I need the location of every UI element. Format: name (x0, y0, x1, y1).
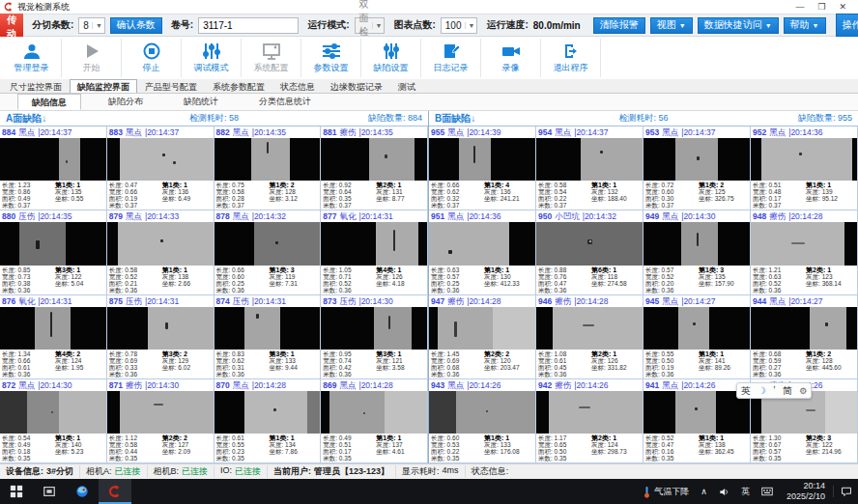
action-sliders-v2-button[interactable]: 缺陷设置 (361, 39, 421, 77)
gear-icon[interactable]: ⚙ (799, 386, 807, 396)
defect-cell-955[interactable]: 955黑点|20:14:39长度: 0.66宽度: 0.62面积: 0.32米数… (429, 126, 536, 210)
defect-cell-884[interactable]: 884黑点|20:14:37长度: 1.23宽度: 0.86面积: 0.49米数… (0, 126, 107, 210)
defect-info: 长度: 0.75宽度: 0.58面积: 0.28米数: 0.37第1类: 2灰度… (214, 181, 321, 210)
moon-icon[interactable]: ☽ (758, 385, 766, 396)
app-logo-icon (4, 2, 14, 12)
defect-cell-941[interactable]: 941黑点|20:14:26长度: 0.52宽度: 0.47面积: 0.16米数… (644, 379, 751, 463)
ime-tray-language[interactable]: 英 (735, 479, 756, 504)
action-monitor-button[interactable]: 系统配置 (242, 39, 301, 77)
defect-cell-870[interactable]: 870黑点|20:14:28长度: 0.61宽度: 0.55面积: 0.23米数… (214, 379, 322, 463)
defect-cell-880[interactable]: 880压伤|20:14:35长度: 0.85宽度: 0.73面积: 0.38米数… (0, 210, 107, 294)
tab-main-4[interactable]: 系统参数配置 (205, 79, 272, 93)
drive-side-button[interactable]: 传动侧 (0, 14, 23, 37)
defect-cell-871[interactable]: 871擦伤|20:14:30长度: 1.12宽度: 0.58面积: 0.44米数… (107, 379, 214, 463)
browser-icon[interactable] (66, 479, 99, 504)
tab-sub-1[interactable]: 缺陷信息 (17, 94, 81, 110)
action-sliders-v-button[interactable]: 调试模式 (182, 39, 242, 77)
defect-info: 长度: 0.72宽度: 0.60面积: 0.30米数: 0.37第1类: 2灰度… (644, 181, 750, 210)
touch-keyboard-icon[interactable] (756, 479, 779, 504)
defect-cell-948[interactable]: 948擦伤|20:14:28长度: 1.21宽度: 0.63面积: 0.52米数… (751, 210, 858, 294)
defect-cell-883[interactable]: 883黑点|20:14:37长度: 0.47宽度: 0.66面积: 0.19米数… (107, 126, 214, 210)
defect-image (107, 391, 214, 434)
clear-alarm-button[interactable]: 清除报警 (593, 17, 645, 34)
operator-side-button[interactable]: 操作侧 (836, 14, 858, 37)
tab-main-2[interactable]: 缺陷监控界面 (70, 79, 137, 93)
detection-app-taskbar-button[interactable] (99, 479, 131, 504)
defect-cell-875[interactable]: 875压伤|20:14:31长度: 0.78宽度: 0.69面积: 0.33米数… (107, 295, 214, 379)
maximize-icon[interactable]: ❐ (817, 0, 825, 14)
close-icon[interactable]: ✕ (839, 0, 846, 14)
tab-sub-3[interactable]: 缺陷统计 (170, 94, 232, 110)
defect-cell-942[interactable]: 942擦伤|20:14:26长度: 1.17宽度: 0.65面积: 0.50米数… (536, 379, 644, 463)
ime-simplified[interactable]: 简 (783, 384, 792, 398)
defect-cell-876[interactable]: 876氧化|20:14:31长度: 1.34宽度: 0.66面积: 0.61米数… (0, 295, 107, 379)
tab-main-1[interactable]: 尺寸监控界面 (2, 79, 70, 93)
defect-cell-881[interactable]: 881擦伤|20:14:35长度: 0.92宽度: 0.64面积: 0.35米数… (321, 126, 428, 210)
defect-cell-945[interactable]: 945黑点|20:14:27长度: 0.55宽度: 0.50面积: 0.19米数… (644, 295, 751, 379)
task-view-button[interactable] (33, 479, 66, 504)
quick-access-menu-button[interactable]: 数据快捷访问▼ (698, 17, 779, 34)
defect-cell-header: 948擦伤|20:14:28 (751, 210, 857, 222)
start-button[interactable] (0, 479, 33, 504)
defect-cell-879[interactable]: 879黑点|20:14:33长度: 0.58宽度: 0.52面积: 0.21米数… (107, 210, 214, 294)
defect-cell-947[interactable]: 947擦伤|20:14:28长度: 1.45宽度: 0.69面积: 0.68米数… (429, 295, 536, 379)
taskbar-clock[interactable]: 20:14 2025/2/10 (779, 481, 833, 502)
defect-cell-954[interactable]: 954黑点|20:14:37长度: 0.58宽度: 0.54面积: 0.22米数… (536, 126, 644, 210)
run-mode-select[interactable]: 双面检测▼ (355, 17, 386, 34)
roll-number-input[interactable] (198, 17, 299, 34)
action-user-button[interactable]: 管理登录 (2, 39, 62, 77)
tab-sub-4[interactable]: 分类信息统计 (245, 94, 325, 110)
defect-cell-header: 950小凹坑|20:14:32 (536, 210, 643, 222)
main-tab-bar: 尺寸监控界面缺陷监控界面产品型号配置系统参数配置状态信息边缘数据记录测试 (0, 79, 858, 94)
defect-cell-950[interactable]: 950小凹坑|20:14:32长度: 0.88宽度: 0.76面积: 0.47米… (536, 210, 644, 294)
tab-sub-2[interactable]: 缺陷分布 (95, 94, 157, 110)
defect-cell-949[interactable]: 949黑点|20:14:30长度: 0.57宽度: 0.52面积: 0.20米数… (644, 210, 751, 294)
action-log-button[interactable]: 日志记录 (421, 39, 481, 77)
defect-cell-header: 949黑点|20:14:30 (644, 210, 750, 222)
action-label: 日志记录 (434, 62, 469, 74)
action-exit-button[interactable]: 退出程序 (541, 39, 601, 77)
defect-cell-953[interactable]: 953黑点|20:14:37长度: 0.72宽度: 0.60面积: 0.30米数… (644, 126, 751, 210)
defect-cell-874[interactable]: 874压伤|20:14:31长度: 0.83宽度: 0.62面积: 0.31米数… (214, 295, 322, 379)
defect-cell-header: 951黑点|20:14:36 (429, 210, 535, 222)
defect-cell-878[interactable]: 878黑点|20:14:32长度: 0.66宽度: 0.60面积: 0.25米数… (214, 210, 322, 294)
action-camera-button[interactable]: 录像 (481, 39, 541, 77)
ime-punctuation[interactable]: ’ (773, 385, 775, 396)
defect-cell-952[interactable]: 952黑点|20:14:36长度: 0.51宽度: 0.48面积: 0.17米数… (751, 126, 858, 210)
minimize-icon[interactable]: — (795, 0, 804, 14)
defect-cell-873[interactable]: 873压伤|20:14:30长度: 0.95宽度: 0.74面积: 0.42米数… (321, 295, 428, 379)
defect-cell-header: 943黑点|20:14:26 (429, 379, 535, 391)
ime-language-bar[interactable]: 英 ☽ ’ 简 ⚙ (736, 382, 812, 399)
defect-cell-869[interactable]: 869黑点|20:14:28长度: 0.49宽度: 0.51面积: 0.17米数… (321, 379, 428, 463)
volume-icon[interactable] (713, 479, 735, 504)
status-message-label: 状态信息: (472, 465, 509, 478)
defect-cell-877[interactable]: 877氧化|20:14:31长度: 1.05宽度: 0.71面积: 0.52米数… (321, 210, 428, 294)
tab-main-3[interactable]: 产品型号配置 (137, 79, 205, 93)
split-count-select[interactable]: 8▼ (78, 17, 105, 34)
defect-cell-872[interactable]: 872黑点|20:14:30长度: 0.54宽度: 0.49面积: 0.18米数… (0, 379, 107, 463)
tab-main-5[interactable]: 状态信息 (272, 79, 323, 93)
tab-main-6[interactable]: 边缘数据记录 (323, 79, 390, 93)
weather-widget[interactable]: 气温下降 (637, 479, 695, 504)
help-menu-button[interactable]: 帮助▼ (784, 17, 826, 34)
defect-cell-946[interactable]: 946擦伤|20:14:28长度: 1.08宽度: 0.61面积: 0.45米数… (536, 295, 644, 379)
hidden-icons-chevron[interactable]: ∧ (695, 479, 713, 504)
action-play-button[interactable]: 开始 (62, 39, 122, 77)
defect-mark (454, 322, 457, 337)
action-sliders-h-button[interactable]: 参数设置 (301, 39, 361, 77)
defect-cell-944[interactable]: 944黑点|20:14:27长度: 0.68宽度: 0.59面积: 0.27米数… (751, 295, 858, 379)
tab-main-7[interactable]: 测试 (390, 79, 423, 93)
defect-cell-951[interactable]: 951黑点|20:14:36长度: 0.63宽度: 0.57面积: 0.25米数… (429, 210, 536, 294)
defect-cell-943[interactable]: 943黑点|20:14:26长度: 0.60宽度: 0.53面积: 0.22米数… (429, 379, 536, 463)
defect-info: 长度: 0.55宽度: 0.50面积: 0.19米数: 0.36第1类: 1灰度… (644, 350, 750, 378)
defect-cell-882[interactable]: 882黑点|20:14:35长度: 0.75宽度: 0.58面积: 0.28米数… (214, 126, 322, 210)
defect-image (644, 391, 750, 434)
notification-center-icon[interactable] (833, 486, 858, 497)
chart-points-select[interactable]: 100▼ (441, 17, 478, 34)
confirm-count-button[interactable]: 确认条数 (110, 17, 162, 34)
view-menu-button[interactable]: 视图▼ (650, 17, 693, 34)
action-stop-button[interactable]: 停止 (122, 39, 182, 77)
defect-image (0, 391, 106, 434)
ime-english-mode[interactable]: 英 (741, 384, 751, 398)
defect-cell-header: 882黑点|20:14:35 (214, 126, 321, 138)
